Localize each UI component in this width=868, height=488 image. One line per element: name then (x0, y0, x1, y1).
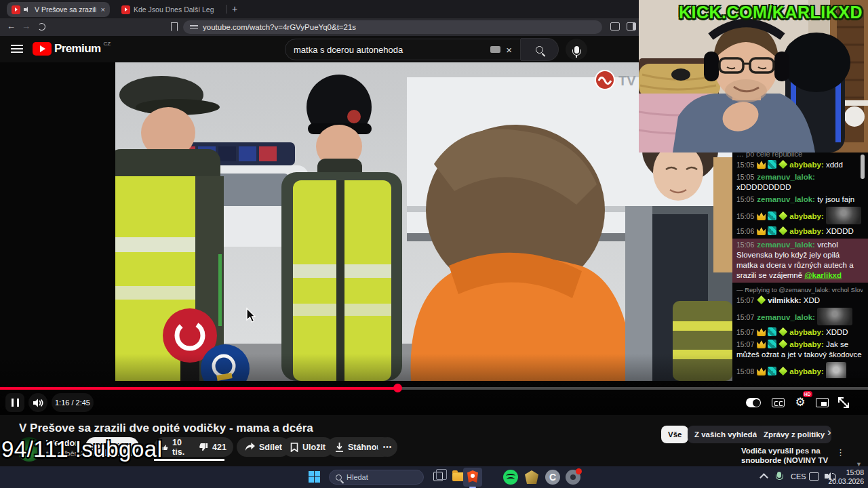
search-value[interactable]: matka s dcerou autonehoda (294, 45, 485, 55)
chat-mention[interactable]: @karlikxd (804, 271, 842, 279)
tray-time: 15:08 (828, 468, 864, 477)
miniplayer-button[interactable] (814, 395, 829, 410)
chat-timestamp: 15:07 (736, 328, 754, 336)
app-icon-gold[interactable] (525, 470, 538, 484)
cat-emote (826, 362, 846, 378)
chat-message: 15:05abybaby: (736, 207, 863, 224)
chat-username[interactable]: zemanuv_lalok: (757, 313, 815, 321)
tab-close-icon[interactable]: × (100, 5, 105, 14)
tray-device-icon[interactable] (809, 472, 819, 481)
new-tab-button[interactable]: + (232, 3, 237, 14)
chat-username[interactable]: abybaby: (789, 340, 824, 348)
green-baton (218, 254, 222, 326)
more-actions-button[interactable]: ••• (378, 437, 397, 457)
subgoal-overlay-text: 94/111 !subgoal (1, 436, 162, 462)
chips-scroll-chevron-icon[interactable]: › (827, 426, 831, 439)
url-text[interactable]: youtube.com/watch?v=4rGVyPueYq0&t=21s (203, 23, 356, 31)
site-settings-icon[interactable] (190, 24, 198, 30)
sidebar-icon[interactable] (627, 22, 636, 30)
youtube-play-icon (33, 42, 52, 56)
overlay-underline (154, 459, 224, 461)
vip-badge-icon (757, 160, 766, 169)
back-button[interactable]: ← (7, 21, 16, 31)
app-icon-c[interactable]: C (545, 470, 560, 485)
sub-badge-icon (778, 160, 787, 169)
volume-button[interactable] (28, 393, 47, 412)
draped-jacket (783, 33, 850, 92)
seek-bar[interactable] (0, 387, 868, 390)
filter-chip-all[interactable]: Vše (661, 426, 688, 443)
chat-timestamp: 15:06 (736, 227, 754, 235)
tab-inactive[interactable]: Kde Jsou Dnes Další Legendy Českos (117, 2, 224, 17)
dislike-button[interactable]: 421 (193, 443, 235, 452)
related-video-menu-icon[interactable]: ⋮ (836, 447, 845, 458)
taskbar: Hledat C CES 15:08 20.03.2026 (0, 466, 868, 488)
start-button[interactable] (309, 471, 320, 483)
filter-chip-politics[interactable]: Zprávy z politiky (757, 426, 831, 443)
tab-active[interactable]: V Prešove sa zrazili dve opité × (7, 2, 110, 17)
search-button[interactable] (521, 38, 559, 61)
chat-timestamp: 15:07 (736, 313, 754, 321)
settings-button[interactable]: ⚙HD (793, 394, 808, 409)
chat-username[interactable]: abybaby: (789, 367, 824, 375)
voice-search-button[interactable] (566, 39, 587, 60)
chat-username[interactable]: abybaby: (789, 161, 824, 169)
taskbar-search[interactable]: Hledat (329, 470, 424, 485)
tray-expand-chevron-icon[interactable] (760, 473, 768, 482)
headphone-cup-left (704, 52, 719, 81)
task-view-button[interactable] (433, 472, 443, 481)
chat-text: XDDDD (824, 227, 854, 235)
tray-date: 20.03.2026 (828, 477, 864, 486)
chat-message: 15:07abybaby: Jak se můžeš ožrat a jet v… (736, 340, 863, 360)
tray-speaker-icon[interactable] (825, 474, 828, 479)
tray-clock[interactable]: 15:08 20.03.2026 (828, 468, 864, 486)
search-input[interactable]: matka s dcerou autonehoda × (285, 39, 521, 60)
reload-button[interactable] (38, 23, 45, 30)
keyboard-icon[interactable] (490, 46, 500, 53)
screen: V Prešove sa zrazili dve opité × Kde Jso… (0, 0, 868, 488)
chat-username[interactable]: abybaby: (789, 328, 824, 336)
bystander (713, 157, 732, 272)
bookmark-icon[interactable] (171, 22, 178, 31)
chat-username[interactable]: zemanuv_lalok: (757, 195, 815, 203)
sub-badge-icon (778, 327, 787, 336)
reading-mode-icon[interactable] (610, 22, 620, 30)
chat-username[interactable]: zemanuv_lalok: (757, 241, 815, 249)
chat-message-clipped: … po celé republice (736, 152, 863, 158)
vip-badge-icon (757, 327, 766, 336)
pause-button[interactable] (5, 393, 24, 412)
hd-quality-badge: HD (803, 391, 812, 397)
sub-badge-icon (778, 340, 787, 348)
forward-button[interactable]: → (22, 21, 31, 31)
chat-scrollbar[interactable] (861, 155, 865, 179)
chat-username[interactable]: abybaby: (789, 212, 824, 220)
chat-username[interactable]: vilmikkk: (768, 296, 801, 304)
chat-text: xDDDDDDDDD (736, 183, 791, 191)
fullscreen-button[interactable] (836, 395, 851, 410)
subtitles-button[interactable] (770, 395, 785, 410)
og-badge-icon (768, 226, 776, 235)
spotify-icon[interactable] (503, 470, 518, 485)
save-button[interactable]: Uložit (282, 437, 334, 457)
chat-username[interactable]: zemanuv_lalok: (757, 173, 815, 181)
tab-audio-icon[interactable] (24, 7, 31, 13)
youtube-premium-logo[interactable]: Premium CZ (33, 42, 111, 56)
chat-message: — Replying to @zemanuv_lalok: vrchol Slo… (736, 285, 863, 306)
miniplayer-icon (816, 398, 829, 407)
clear-search-icon[interactable]: × (506, 44, 512, 56)
address-bar[interactable]: youtube.com/watch?v=4rGVyPueYq0&t=21s (183, 20, 602, 34)
brave-browser-icon[interactable] (467, 470, 478, 483)
tray-language[interactable]: CES (791, 472, 806, 481)
chat-timestamp: 15:05 (736, 173, 754, 181)
chat-overlay: … po celé republice15:05abybaby: xddd15:… (732, 152, 868, 378)
chat-username[interactable]: abybaby: (789, 227, 824, 235)
tray-microphone-icon[interactable] (777, 472, 781, 478)
chat-text: ty jsou fajn (815, 195, 854, 203)
youtube-favicon (121, 5, 130, 14)
menu-icon[interactable] (11, 45, 23, 53)
chat-message: 15:06abybaby: XDDDD (736, 226, 863, 237)
vip-badge-icon (757, 367, 766, 375)
app-icon-fan[interactable] (566, 470, 580, 485)
autoplay-toggle[interactable] (746, 395, 761, 410)
tv-watermark-text: TV (618, 73, 636, 88)
